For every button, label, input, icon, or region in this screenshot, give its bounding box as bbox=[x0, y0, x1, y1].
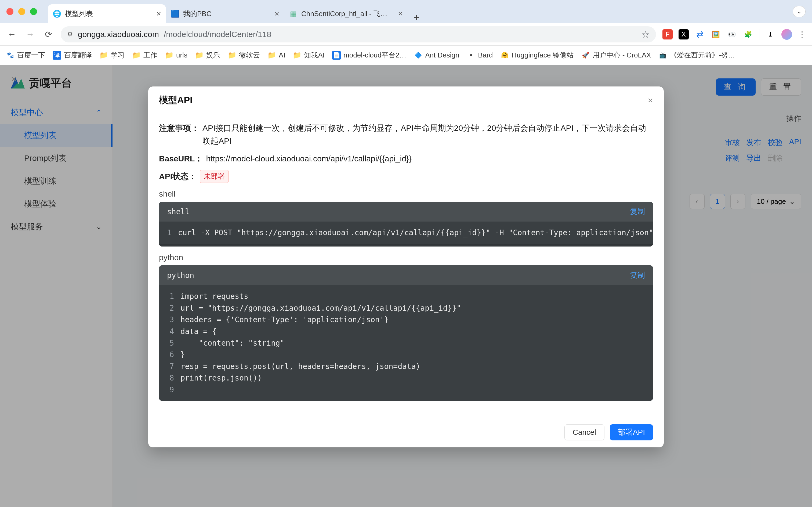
folder-icon: 📁 bbox=[195, 51, 204, 59]
code-header: python 复制 bbox=[159, 265, 653, 285]
copy-button[interactable]: 复制 bbox=[630, 270, 645, 280]
line-number: 1 bbox=[167, 291, 174, 302]
code-text: } bbox=[180, 349, 185, 360]
bookmark-folder[interactable]: 📁urls bbox=[165, 51, 187, 59]
bookmark[interactable]: 🔷Ant Design bbox=[414, 51, 459, 60]
bookmark-label: 工作 bbox=[143, 51, 157, 60]
code-line: 3headers = {'Content-Type': 'application… bbox=[167, 314, 645, 326]
code-text: import requests bbox=[180, 291, 248, 302]
tabs-collapse-button[interactable]: ⌄ bbox=[793, 6, 806, 17]
bookmarks-bar: 🐾百度一下 译百度翻译 📁学习 📁工作 📁urls 📁娱乐 📁微软云 📁AI 📁… bbox=[0, 46, 812, 65]
bookmark-folder[interactable]: 📁微软云 bbox=[228, 51, 260, 60]
folder-icon: 📁 bbox=[99, 51, 108, 59]
browser-chrome: 🌐 模型列表 × 🟦 我的PBC × ▦ ChnSentiCorp_htl_al… bbox=[0, 0, 812, 65]
bookmark[interactable]: 🐾百度一下 bbox=[6, 51, 45, 60]
code-text: resp = requests.post(url, headers=header… bbox=[180, 361, 420, 372]
bookmark-star-icon[interactable]: ☆ bbox=[641, 29, 649, 40]
bookmark[interactable]: 🚀用户中心 - CroLAX bbox=[581, 51, 651, 60]
window-zoom[interactable] bbox=[30, 8, 37, 15]
status-label: API状态： bbox=[159, 170, 196, 183]
tab-close-icon[interactable]: × bbox=[156, 9, 161, 18]
address-bar[interactable]: ⚙ gongga.xiaoduoai.com/modelcloud/modelC… bbox=[61, 26, 656, 43]
drawer-close-icon[interactable]: × bbox=[11, 73, 17, 85]
deploy-api-button[interactable]: 部署API bbox=[610, 424, 653, 440]
extension-icon[interactable]: F bbox=[662, 29, 673, 40]
code-line: 1curl -X POST "https://gongga.xiaoduoai.… bbox=[167, 227, 645, 238]
cancel-button[interactable]: Cancel bbox=[565, 424, 604, 440]
tab-0[interactable]: 🌐 模型列表 × bbox=[48, 4, 166, 23]
baseurl-label: BaseURL： bbox=[159, 152, 203, 165]
bookmark-label: Bard bbox=[478, 51, 493, 59]
bookmark-folder[interactable]: 📁娱乐 bbox=[195, 51, 220, 60]
modal-header: 模型API × bbox=[148, 87, 664, 114]
bookmark-label: AI bbox=[279, 51, 285, 59]
extension-icon[interactable]: 👀 bbox=[727, 29, 737, 40]
back-button[interactable]: ← bbox=[6, 29, 18, 40]
site-settings-icon[interactable]: ⚙ bbox=[67, 31, 73, 38]
bookmark[interactable]: 📄model-cloud平台2… bbox=[332, 51, 406, 60]
code-text: print(resp.json()) bbox=[180, 372, 262, 384]
code-body[interactable]: 1import requests2url = "https://gongga.x… bbox=[159, 285, 653, 401]
bookmark-folder[interactable]: 📁知我AI bbox=[293, 51, 325, 60]
bookmark-label: 百度翻译 bbox=[64, 51, 92, 60]
extension-icon[interactable]: X bbox=[679, 29, 689, 40]
tab-title: 模型列表 bbox=[65, 9, 153, 18]
modal-api: 模型API × 注意事项： API接口只能创建一次，创建后不可修改，为节约显存，… bbox=[148, 87, 664, 447]
window-close[interactable] bbox=[6, 8, 13, 15]
chrome-menu-icon[interactable]: ⋮ bbox=[798, 30, 806, 39]
line-number: 5 bbox=[167, 337, 174, 349]
line-number: 6 bbox=[167, 349, 174, 360]
page: 贡嘎平台 模型中心 ⌃ 模型列表 Prompt列表 模型训练 模型体验 模型服务… bbox=[0, 65, 812, 507]
code-block-shell: shell 复制 1curl -X POST "https://gongga.x… bbox=[159, 202, 653, 246]
modal-overlay: × 模型API × 注意事项： API接口只能创建一次，创建后不可修改，为节约显… bbox=[0, 65, 812, 507]
tab-1[interactable]: 🟦 我的PBC × bbox=[166, 4, 284, 23]
bookmark[interactable]: 🤗Huggingface 镜像站 bbox=[500, 51, 574, 60]
toolbar: ← → ⟳ ⚙ gongga.xiaoduoai.com/modelcloud/… bbox=[0, 23, 812, 46]
tabstrip: 🌐 模型列表 × 🟦 我的PBC × ▦ ChnSentiCorp_htl_al… bbox=[0, 0, 812, 23]
line-number: 9 bbox=[167, 384, 174, 396]
bookmark[interactable]: 译百度翻译 bbox=[53, 51, 92, 60]
code-body[interactable]: 1curl -X POST "https://gongga.xiaoduoai.… bbox=[159, 222, 653, 244]
window-minimize[interactable] bbox=[18, 8, 25, 15]
antd-icon: 🔷 bbox=[414, 51, 422, 60]
notice-label: 注意事项： bbox=[159, 122, 199, 134]
bookmark-label: urls bbox=[176, 51, 187, 59]
modal-footer: Cancel 部署API bbox=[148, 417, 664, 447]
bookmark[interactable]: ✦Bard bbox=[467, 51, 493, 60]
code-text: url = "https://gongga.xiaoduoai.com/api/… bbox=[180, 302, 461, 314]
extension-icon[interactable]: 🖼️ bbox=[711, 29, 721, 40]
modal-title: 模型API bbox=[159, 94, 192, 106]
tab-close-icon[interactable]: × bbox=[275, 9, 279, 18]
scroll-indicator bbox=[159, 244, 653, 246]
doc-icon: 📄 bbox=[332, 51, 341, 60]
tab-close-icon[interactable]: × bbox=[398, 9, 403, 18]
modal-close-icon[interactable]: × bbox=[648, 95, 653, 106]
folder-icon: 📁 bbox=[268, 51, 276, 59]
bookmark-label: 知我AI bbox=[304, 51, 325, 60]
line-number: 7 bbox=[167, 361, 174, 372]
copy-button[interactable]: 复制 bbox=[630, 207, 645, 217]
line-number: 1 bbox=[167, 227, 172, 238]
bookmark-folder[interactable]: 📁学习 bbox=[99, 51, 125, 60]
extension-icon[interactable]: ⇄ bbox=[695, 29, 705, 40]
new-tab-button[interactable]: + bbox=[410, 12, 423, 23]
reload-button[interactable]: ⟳ bbox=[43, 29, 54, 40]
bookmark-label: 用户中心 - CroLAX bbox=[593, 51, 651, 60]
code-text: curl -X POST "https://gongga.xiaoduoai.c… bbox=[178, 227, 653, 238]
bookmark-label: 百度一下 bbox=[17, 51, 45, 60]
forward-button[interactable]: → bbox=[24, 29, 36, 40]
code-line: 4data = { bbox=[167, 326, 645, 337]
status-tag: 未部署 bbox=[200, 170, 229, 183]
bard-icon: ✦ bbox=[467, 51, 475, 60]
hf-icon: 🤗 bbox=[500, 51, 509, 60]
extensions-menu-icon[interactable]: 🧩 bbox=[743, 29, 753, 40]
bookmark-folder[interactable]: 📁工作 bbox=[132, 51, 157, 60]
divider bbox=[759, 29, 759, 40]
bookmark[interactable]: 📺《爱在西元前》-努… bbox=[659, 51, 735, 60]
python-section-label: python bbox=[159, 253, 653, 262]
downloads-icon[interactable]: ⤓ bbox=[765, 29, 775, 40]
code-text: "content": "string" bbox=[180, 337, 285, 349]
bookmark-folder[interactable]: 📁AI bbox=[268, 51, 285, 59]
profile-avatar[interactable] bbox=[781, 29, 792, 40]
tab-2[interactable]: ▦ ChnSentiCorp_htl_all - 飞书云 × bbox=[284, 4, 408, 23]
